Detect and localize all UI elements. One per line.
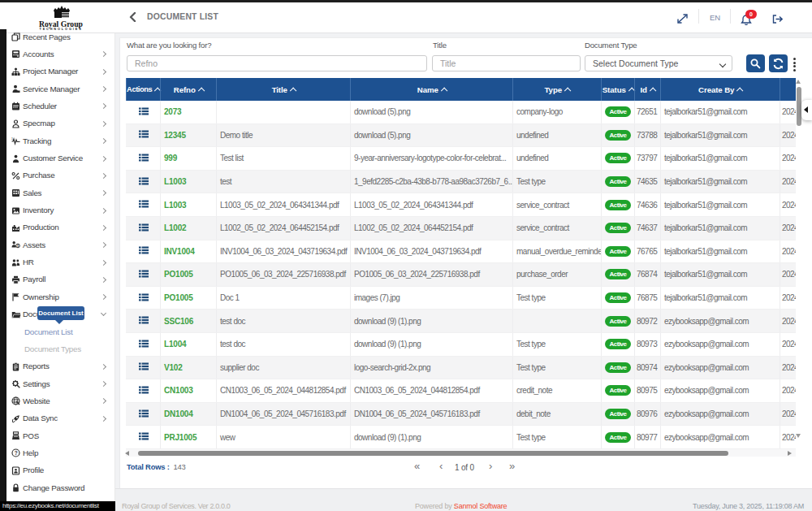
svg-text:1: 1 [11, 137, 13, 141]
svg-text:?: ? [15, 450, 18, 456]
